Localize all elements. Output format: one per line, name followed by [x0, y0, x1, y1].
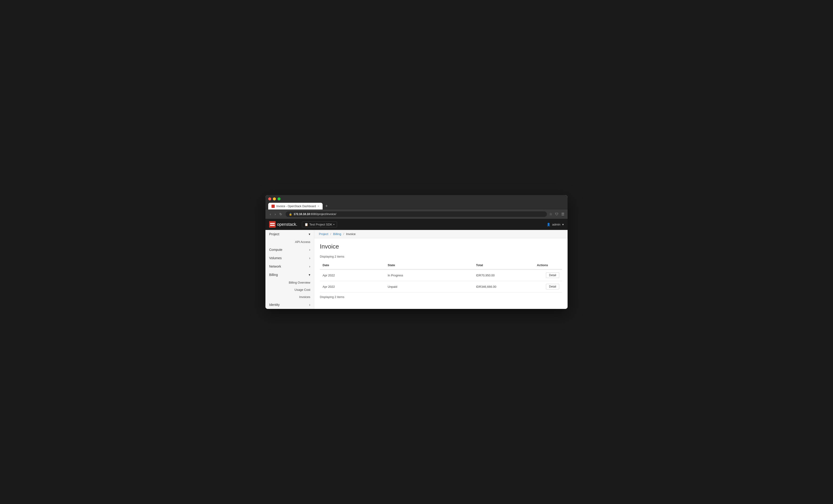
sidebar-compute-chevron: › [309, 248, 310, 252]
openstack-logo-icon [269, 221, 276, 228]
sidebar: Project ▾ API Access Compute › Volumes › [265, 230, 314, 309]
sidebar-compute-header[interactable]: Compute › [265, 246, 314, 254]
table-header-date: Date [320, 261, 385, 270]
sidebar-project-label: Project [269, 232, 279, 236]
project-selector[interactable]: 📋 Test Project SDK ▾ [302, 222, 337, 227]
project-selector-label: Test Project SDK [309, 223, 332, 226]
detail-button-1[interactable]: Detail [546, 284, 559, 289]
user-icon: 👤 [547, 223, 550, 226]
cell-date-1: Apr 2022 [320, 281, 385, 293]
items-count-bottom: Displaying 2 items [320, 295, 562, 299]
shield-icon[interactable]: 🛡 [555, 212, 558, 216]
svg-rect-2 [270, 225, 275, 226]
breadcrumb: Project / Billing / Invoice [314, 230, 568, 238]
new-tab-button[interactable]: + [324, 203, 330, 209]
cell-total-1: IDR346,666.00 [473, 281, 534, 293]
menu-icon[interactable]: ☰ [561, 212, 564, 216]
back-button[interactable]: ‹ [269, 212, 272, 217]
table-header-actions: Actions [534, 261, 562, 270]
traffic-light-yellow[interactable] [273, 197, 276, 200]
tab-close-button[interactable]: × [317, 204, 319, 208]
table-row: Apr 2022 Unpaid IDR346,666.00 Detail [320, 281, 562, 293]
page-title: Invoice [320, 243, 562, 250]
bookmark-icon[interactable]: ☆ [549, 212, 552, 216]
cell-actions-0: Detail [534, 270, 562, 281]
sidebar-project-chevron: ▾ [309, 232, 310, 236]
sidebar-identity-label: Identity [269, 303, 280, 307]
reload-button[interactable]: ↻ [278, 212, 283, 217]
sidebar-network-chevron: › [309, 264, 310, 268]
sidebar-item-usage-cost[interactable]: Usage Cost [265, 286, 314, 293]
breadcrumb-billing-link[interactable]: Billing [333, 232, 341, 236]
url-text: 172.10.10.10:8080/project/invoice/ [293, 212, 336, 216]
project-chevron-icon: ▾ [333, 223, 334, 226]
admin-label: admin [552, 223, 561, 226]
sidebar-billing-label: Billing [269, 273, 278, 277]
admin-chevron-icon: ▾ [562, 223, 564, 226]
traffic-light-green[interactable] [278, 197, 281, 200]
address-bar: ‹ › ↻ 🔒 172.10.10.10:8080/project/invoic… [265, 209, 568, 219]
sidebar-item-api-access[interactable]: API Access [265, 238, 314, 246]
svg-rect-1 [270, 223, 275, 224]
sidebar-volumes-header[interactable]: Volumes › [265, 254, 314, 262]
cell-date-0: Apr 2022 [320, 270, 385, 281]
sidebar-identity-header[interactable]: Identity › [265, 301, 314, 309]
sidebar-billing-header[interactable]: Billing ▾ [265, 271, 314, 279]
breadcrumb-project-link[interactable]: Project [319, 232, 328, 236]
sidebar-billing-chevron: ▾ [309, 273, 310, 277]
cell-actions-1: Detail [534, 281, 562, 293]
project-selector-icon: 📋 [305, 223, 308, 226]
sidebar-identity-chevron: › [309, 303, 310, 307]
browser-tab[interactable]: Invoice - OpenStack Dashboard × [268, 203, 323, 209]
forward-button[interactable]: › [273, 212, 277, 217]
table-header-total: Total [473, 261, 534, 270]
top-navigation: openstack. 📋 Test Project SDK ▾ 👤 admin … [265, 219, 568, 230]
breadcrumb-sep2: / [343, 232, 344, 236]
breadcrumb-current: Invoice [346, 232, 356, 236]
cell-state-1: Unpaid [385, 281, 473, 293]
sidebar-volumes-chevron: › [309, 256, 310, 260]
sidebar-item-invoices[interactable]: Invoices [265, 293, 314, 301]
breadcrumb-sep1: / [330, 232, 331, 236]
logo-text: openstack. [277, 222, 297, 227]
table-header-state: State [385, 261, 473, 270]
cell-state-0: In Progress [385, 270, 473, 281]
tab-title: Invoice - OpenStack Dashboard [276, 205, 316, 208]
url-bar[interactable]: 🔒 172.10.10.10:8080/project/invoice/ [286, 211, 547, 217]
main-content: Project / Billing / Invoice Invoice Disp… [314, 230, 568, 309]
invoice-table: Date State Total Actions Apr 2022 In Pro… [320, 261, 562, 293]
sidebar-volumes-label: Volumes [269, 256, 282, 260]
items-count-top: Displaying 2 items [320, 255, 562, 258]
svg-rect-0 [269, 221, 276, 228]
cell-total-0: IDR70,950.00 [473, 270, 534, 281]
user-menu[interactable]: 👤 admin ▾ [547, 223, 564, 226]
sidebar-compute-label: Compute [269, 248, 282, 252]
traffic-light-red[interactable] [268, 197, 271, 200]
sidebar-item-billing-overview[interactable]: Billing Overview [265, 279, 314, 286]
detail-button-0[interactable]: Detail [546, 273, 559, 278]
sidebar-network-label: Network [269, 264, 281, 268]
table-row: Apr 2022 In Progress IDR70,950.00 Detail [320, 270, 562, 281]
sidebar-network-header[interactable]: Network › [265, 262, 314, 271]
lock-icon: 🔒 [289, 213, 292, 216]
tab-favicon [271, 205, 275, 208]
openstack-logo: openstack. [269, 221, 297, 228]
sidebar-project-header[interactable]: Project ▾ [265, 230, 314, 238]
